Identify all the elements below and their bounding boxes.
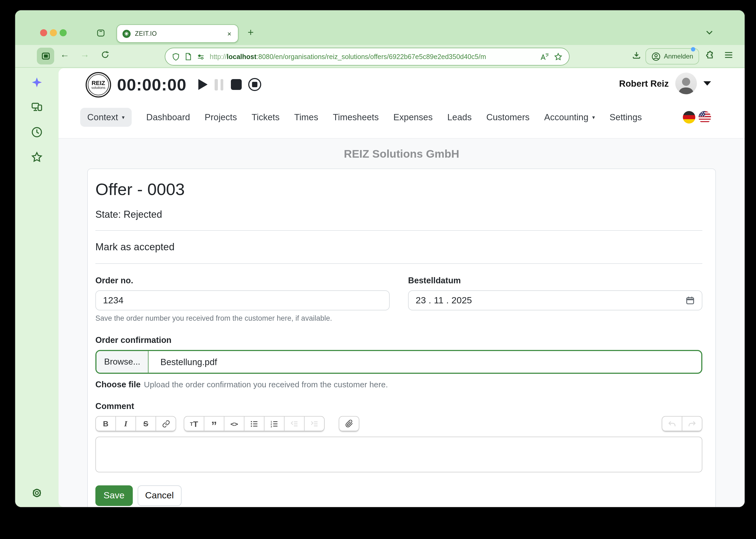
timer-stop-button[interactable] — [231, 79, 242, 90]
calendar-icon[interactable] — [686, 296, 695, 305]
nav-context-label: Context — [87, 112, 118, 122]
window-zoom-button[interactable] — [60, 29, 67, 36]
nav-item-customers[interactable]: Customers — [486, 112, 530, 122]
history-clock-icon[interactable] — [30, 126, 43, 139]
nav-item-tickets[interactable]: Tickets — [252, 112, 280, 122]
undo-button — [662, 416, 682, 431]
logo-text-solutions: solutions — [91, 85, 105, 90]
cancel-button[interactable]: Cancel — [138, 485, 182, 506]
date-year[interactable]: 2025 — [452, 295, 472, 306]
page-info-icon[interactable] — [185, 52, 192, 61]
tab-list-chevron-icon[interactable] — [706, 30, 713, 35]
hamburger-menu-icon[interactable] — [724, 51, 733, 59]
browser-tabstrip: ✳ ZEIT.IO × + — [15, 10, 745, 45]
web-content: REIZ solutions 00:00:00 Robert Reiz — [58, 68, 745, 507]
sidebar-settings-gear-icon[interactable] — [30, 487, 43, 500]
nav-item-dashboard[interactable]: Dashboard — [146, 112, 190, 122]
date-day[interactable]: 23 — [416, 295, 426, 306]
italic-button[interactable]: I — [116, 416, 136, 431]
browser-tab[interactable]: ✳ ZEIT.IO × — [117, 24, 238, 43]
extensions-icon[interactable] — [705, 50, 714, 60]
timer-stop-record-button[interactable] — [248, 78, 261, 91]
order-confirmation-label: Order confirmation — [95, 335, 702, 345]
app-nav: Context ▾ Dashboard Projects Tickets Tim… — [80, 106, 711, 128]
nav-item-leads[interactable]: Leads — [447, 112, 472, 122]
mark-as-accepted-label: Mark as accepted — [95, 241, 702, 253]
url-bar[interactable]: http://localhost:8080/en/organisations/r… — [165, 48, 570, 65]
new-tab-button[interactable]: + — [248, 27, 254, 38]
nav-item-projects[interactable]: Projects — [205, 112, 237, 122]
window-close-button[interactable] — [40, 29, 47, 36]
quote-button[interactable]: ” — [204, 416, 224, 431]
bold-button[interactable]: B — [95, 416, 116, 431]
screenshot-stage: ✳ ZEIT.IO × + ← → — [0, 0, 756, 539]
downloads-icon[interactable] — [632, 51, 641, 60]
attach-group — [339, 416, 359, 431]
reiz-solutions-logo[interactable]: REIZ solutions — [86, 72, 111, 98]
offer-title: Offer - 0003 — [95, 180, 702, 199]
nav-item-settings[interactable]: Settings — [610, 112, 642, 122]
link-button[interactable] — [155, 416, 176, 431]
sidebar-toggle-button[interactable] — [37, 48, 54, 64]
date-separator: . — [446, 295, 449, 306]
back-button[interactable]: ← — [60, 49, 69, 60]
browser-window: ✳ ZEIT.IO × + ← → — [15, 10, 745, 507]
block-style-group: TT ” <> — [184, 416, 325, 431]
history-group — [662, 416, 702, 431]
user-menu[interactable]: Robert Reiz — [619, 73, 711, 94]
nav-item-context[interactable]: Context ▾ — [80, 108, 132, 126]
shield-icon[interactable] — [172, 52, 180, 61]
bookmarks-star-icon[interactable] — [30, 151, 43, 164]
window-minimize-button[interactable] — [50, 29, 57, 36]
heading-button[interactable]: TT — [184, 416, 204, 431]
attach-file-button[interactable] — [339, 416, 359, 431]
svg-text:3: 3 — [271, 425, 272, 428]
translate-icon[interactable] — [540, 52, 549, 61]
timer-display: 00:00:00 — [117, 75, 186, 95]
order-no-help: Save the order number you received from … — [95, 314, 390, 322]
url-host: localhost — [227, 53, 257, 60]
synced-tabs-icon[interactable] — [30, 101, 43, 114]
user-avatar[interactable] — [675, 73, 697, 94]
order-no-input[interactable] — [95, 290, 390, 310]
logo-text-reiz: REIZ — [92, 80, 105, 85]
ai-chatbot-sparkle-icon[interactable] — [30, 76, 43, 89]
date-month[interactable]: 11 — [434, 295, 443, 306]
url-fade — [521, 53, 535, 60]
date-separator: . — [429, 295, 431, 306]
order-date-label: Bestelldatum — [408, 276, 702, 285]
nav-item-timesheets[interactable]: Timesheets — [333, 112, 378, 122]
reload-button[interactable] — [101, 50, 110, 59]
anmelden-button[interactable]: Anmelden — [645, 48, 699, 64]
nav-item-times[interactable]: Times — [294, 112, 318, 122]
german-flag-icon[interactable] — [683, 111, 695, 123]
app-header: REIZ solutions 00:00:00 Robert Reiz — [58, 68, 745, 139]
order-date-field: Bestelldatum 23 . 11 . 2025 — [408, 276, 702, 322]
order-date-input[interactable]: 23 . 11 . 2025 — [408, 290, 702, 310]
strikethrough-button[interactable]: S — [135, 416, 156, 431]
divider — [95, 230, 702, 231]
tab-title: ZEIT.IO — [135, 30, 222, 37]
firefox-view-icon[interactable] — [97, 29, 105, 38]
tab-close-icon[interactable]: × — [226, 30, 232, 38]
save-button[interactable]: Save — [95, 485, 133, 506]
comment-textarea[interactable] — [95, 437, 702, 472]
bookmark-star-icon[interactable] — [554, 52, 562, 61]
url-text[interactable]: http://localhost:8080/en/organisations/r… — [210, 53, 535, 60]
language-flags — [683, 111, 711, 123]
numbered-list-button[interactable]: 1 2 3 — [264, 416, 285, 431]
bullet-list-button[interactable] — [244, 416, 265, 431]
timer-play-button[interactable] — [198, 79, 208, 90]
choose-file-label: Choose file — [95, 380, 141, 389]
order-confirmation-file-input[interactable]: Browse... Bestellung.pdf — [95, 350, 702, 374]
order-no-field: Order no. Save the order number you rece… — [95, 276, 390, 322]
permissions-toggle-icon[interactable] — [197, 53, 205, 60]
browse-button[interactable]: Browse... — [97, 351, 148, 373]
code-button[interactable]: <> — [224, 416, 244, 431]
nav-item-expenses[interactable]: Expenses — [393, 112, 433, 122]
nav-item-accounting[interactable]: Accounting ▾ — [544, 112, 595, 122]
divider — [95, 263, 702, 264]
forward-button: → — [80, 49, 89, 60]
us-flag-icon[interactable] — [699, 111, 711, 123]
url-path: :8080/en/organisations/reiz_solutions/of… — [256, 53, 486, 60]
